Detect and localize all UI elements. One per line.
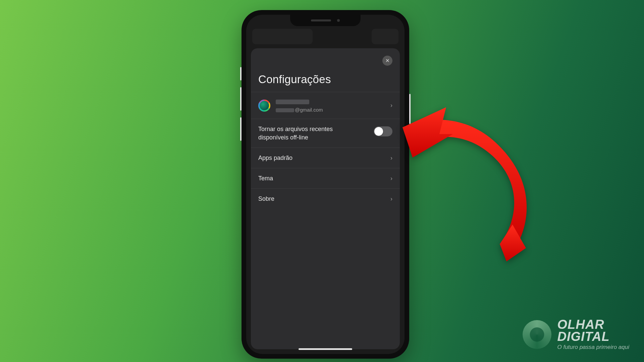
volume-mute-button	[240, 67, 241, 80]
sheet-header: ✕ Configurações	[251, 48, 400, 92]
sheet-fade	[251, 322, 400, 349]
chevron-right-icon: ›	[390, 195, 392, 202]
watermark-ring-icon	[523, 320, 551, 349]
watermark-text: OLHAR DIGITAL O futuro passa primeiro aq…	[557, 318, 630, 351]
default-apps-label: Apps padrão	[258, 154, 390, 162]
theme-label: Tema	[258, 174, 390, 182]
redacted-name	[276, 100, 309, 104]
close-icon: ✕	[385, 58, 390, 64]
about-row[interactable]: Sobre ›	[251, 188, 400, 209]
account-label-area: @gmail.com	[276, 98, 390, 113]
theme-label-area: Tema	[258, 174, 390, 182]
sheet-title: Configurações	[258, 73, 392, 86]
account-row[interactable]: @gmail.com ›	[251, 92, 400, 119]
settings-list: @gmail.com › Tornar os arquivos recentes…	[251, 92, 400, 209]
watermark-brand-line1: OLHAR	[557, 318, 630, 330]
default-apps-row[interactable]: Apps padrão ›	[251, 147, 400, 168]
about-label: Sobre	[258, 195, 390, 203]
toggle-knob	[374, 127, 383, 136]
watermark-brand-line2: DIGITAL	[557, 330, 630, 343]
phone-notch	[290, 15, 361, 26]
redacted-email-user	[276, 108, 294, 112]
volume-down-button	[240, 117, 241, 141]
front-camera	[337, 19, 340, 22]
close-button[interactable]: ✕	[382, 56, 392, 66]
account-name	[276, 98, 390, 106]
chevron-right-icon: ›	[390, 175, 392, 182]
avatar-inner	[260, 101, 269, 110]
phone-frame: ✕ Configurações @gmail.com	[241, 10, 409, 359]
chevron-right-icon: ›	[390, 155, 392, 162]
default-apps-label-area: Apps padrão	[258, 154, 390, 162]
offline-label-area: Tornar os arquivos recentes disponíveis …	[258, 125, 374, 141]
about-label-area: Sobre	[258, 195, 390, 203]
background-app-bar	[372, 29, 398, 44]
settings-sheet: ✕ Configurações @gmail.com	[251, 48, 400, 349]
email-domain: @gmail.com	[295, 107, 323, 113]
account-email: @gmail.com	[276, 107, 390, 113]
annotation-arrow	[389, 104, 543, 258]
avatar	[258, 100, 270, 112]
volume-up-button	[240, 87, 241, 111]
background-app-bar	[252, 29, 313, 44]
theme-row[interactable]: Tema ›	[251, 168, 400, 188]
home-indicator[interactable]	[299, 348, 352, 350]
speaker-grille	[311, 19, 331, 21]
offline-label: Tornar os arquivos recentes disponíveis …	[258, 125, 362, 141]
power-button	[409, 94, 411, 124]
watermark-tagline: O futuro passa primeiro aqui	[557, 344, 630, 351]
chevron-right-icon: ›	[390, 102, 392, 109]
phone-screen: ✕ Configurações @gmail.com	[246, 15, 405, 354]
offline-toggle-row[interactable]: Tornar os arquivos recentes disponíveis …	[251, 119, 400, 147]
offline-toggle[interactable]	[374, 126, 392, 136]
watermark: OLHAR DIGITAL O futuro passa primeiro aq…	[523, 318, 630, 351]
